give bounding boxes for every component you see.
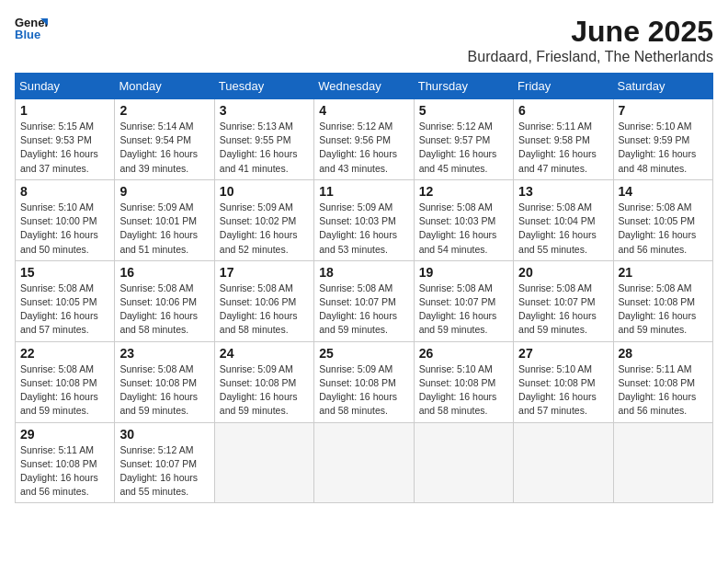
day-info: Sunrise: 5:09 AM Sunset: 10:02 PM Daylig… bbox=[220, 201, 309, 257]
day-number: 20 bbox=[518, 265, 608, 280]
day-info: Sunrise: 5:08 AM Sunset: 10:08 PM Daylig… bbox=[119, 362, 209, 419]
calendar-cell: 10Sunrise: 5:09 AM Sunset: 10:02 PM Dayl… bbox=[214, 179, 313, 260]
day-number: 6 bbox=[518, 103, 608, 118]
calendar-cell: 4Sunrise: 5:12 AM Sunset: 9:56 PM Daylig… bbox=[314, 99, 414, 180]
day-info: Sunrise: 5:15 AM Sunset: 9:53 PM Dayligh… bbox=[20, 120, 109, 176]
calendar-cell: 3Sunrise: 5:13 AM Sunset: 9:55 PM Daylig… bbox=[214, 99, 313, 180]
week-row-1: 1Sunrise: 5:15 AM Sunset: 9:53 PM Daylig… bbox=[16, 99, 713, 180]
day-info: Sunrise: 5:10 AM Sunset: 10:00 PM Daylig… bbox=[20, 201, 109, 257]
day-number: 16 bbox=[119, 265, 209, 280]
calendar-cell: 15Sunrise: 5:08 AM Sunset: 10:05 PM Dayl… bbox=[16, 260, 115, 341]
day-number: 4 bbox=[319, 103, 408, 118]
calendar-cell: 18Sunrise: 5:08 AM Sunset: 10:07 PM Dayl… bbox=[314, 260, 414, 341]
day-number: 27 bbox=[518, 346, 608, 361]
day-info: Sunrise: 5:09 AM Sunset: 10:03 PM Daylig… bbox=[319, 201, 408, 257]
day-number: 15 bbox=[20, 265, 109, 280]
title-area: June 2025 Burdaard, Friesland, The Nethe… bbox=[468, 15, 713, 65]
day-number: 19 bbox=[419, 265, 508, 280]
weekday-tuesday: Tuesday bbox=[214, 74, 313, 99]
day-number: 28 bbox=[619, 346, 708, 361]
day-info: Sunrise: 5:08 AM Sunset: 10:06 PM Daylig… bbox=[119, 282, 209, 338]
week-row-3: 15Sunrise: 5:08 AM Sunset: 10:05 PM Dayl… bbox=[16, 260, 713, 341]
day-info: Sunrise: 5:08 AM Sunset: 10:07 PM Daylig… bbox=[419, 282, 508, 338]
month-title: June 2025 bbox=[468, 15, 713, 49]
week-row-4: 22Sunrise: 5:08 AM Sunset: 10:08 PM Dayl… bbox=[16, 341, 713, 422]
day-info: Sunrise: 5:09 AM Sunset: 10:01 PM Daylig… bbox=[119, 201, 209, 257]
calendar-cell bbox=[613, 422, 712, 503]
day-info: Sunrise: 5:14 AM Sunset: 9:54 PM Dayligh… bbox=[119, 120, 209, 176]
day-number: 26 bbox=[419, 346, 508, 361]
day-info: Sunrise: 5:12 AM Sunset: 9:57 PM Dayligh… bbox=[419, 120, 508, 176]
day-info: Sunrise: 5:09 AM Sunset: 10:08 PM Daylig… bbox=[319, 362, 408, 419]
day-number: 1 bbox=[20, 103, 109, 118]
calendar-cell: 24Sunrise: 5:09 AM Sunset: 10:08 PM Dayl… bbox=[214, 341, 313, 422]
calendar-cell: 11Sunrise: 5:09 AM Sunset: 10:03 PM Dayl… bbox=[314, 179, 414, 260]
calendar-cell: 25Sunrise: 5:09 AM Sunset: 10:08 PM Dayl… bbox=[314, 341, 414, 422]
calendar-cell bbox=[314, 422, 414, 503]
day-info: Sunrise: 5:12 AM Sunset: 10:07 PM Daylig… bbox=[119, 443, 209, 500]
day-number: 8 bbox=[20, 184, 109, 199]
calendar-body: 1Sunrise: 5:15 AM Sunset: 9:53 PM Daylig… bbox=[16, 99, 713, 503]
weekday-header-row: SundayMondayTuesdayWednesdayThursdayFrid… bbox=[16, 74, 713, 99]
calendar-cell: 6Sunrise: 5:11 AM Sunset: 9:58 PM Daylig… bbox=[514, 99, 613, 180]
weekday-friday: Friday bbox=[514, 74, 613, 99]
weekday-wednesday: Wednesday bbox=[314, 74, 414, 99]
day-number: 25 bbox=[319, 346, 408, 361]
day-info: Sunrise: 5:08 AM Sunset: 10:08 PM Daylig… bbox=[20, 362, 109, 419]
calendar-cell: 5Sunrise: 5:12 AM Sunset: 9:57 PM Daylig… bbox=[414, 99, 513, 180]
day-info: Sunrise: 5:08 AM Sunset: 10:07 PM Daylig… bbox=[319, 282, 408, 338]
day-number: 23 bbox=[119, 346, 209, 361]
calendar-cell: 12Sunrise: 5:08 AM Sunset: 10:03 PM Dayl… bbox=[414, 179, 513, 260]
day-number: 24 bbox=[220, 346, 309, 361]
calendar-cell: 2Sunrise: 5:14 AM Sunset: 9:54 PM Daylig… bbox=[115, 99, 214, 180]
weekday-sunday: Sunday bbox=[16, 74, 115, 99]
calendar-cell bbox=[514, 422, 613, 503]
day-info: Sunrise: 5:10 AM Sunset: 9:59 PM Dayligh… bbox=[619, 120, 708, 176]
day-number: 14 bbox=[619, 184, 708, 199]
calendar-cell: 28Sunrise: 5:11 AM Sunset: 10:08 PM Dayl… bbox=[613, 341, 712, 422]
calendar-cell: 30Sunrise: 5:12 AM Sunset: 10:07 PM Dayl… bbox=[115, 422, 214, 503]
day-number: 29 bbox=[20, 427, 109, 442]
day-number: 11 bbox=[319, 184, 408, 199]
day-number: 2 bbox=[119, 103, 209, 118]
day-info: Sunrise: 5:12 AM Sunset: 9:56 PM Dayligh… bbox=[319, 120, 408, 176]
calendar-cell: 14Sunrise: 5:08 AM Sunset: 10:05 PM Dayl… bbox=[613, 179, 712, 260]
day-info: Sunrise: 5:08 AM Sunset: 10:04 PM Daylig… bbox=[518, 201, 608, 257]
day-number: 5 bbox=[419, 103, 508, 118]
weekday-thursday: Thursday bbox=[414, 74, 513, 99]
week-row-5: 29Sunrise: 5:11 AM Sunset: 10:08 PM Dayl… bbox=[16, 422, 713, 503]
day-info: Sunrise: 5:11 AM Sunset: 10:08 PM Daylig… bbox=[20, 443, 109, 500]
day-info: Sunrise: 5:08 AM Sunset: 10:03 PM Daylig… bbox=[419, 201, 508, 257]
day-info: Sunrise: 5:08 AM Sunset: 10:05 PM Daylig… bbox=[20, 282, 109, 338]
day-info: Sunrise: 5:13 AM Sunset: 9:55 PM Dayligh… bbox=[220, 120, 309, 176]
day-number: 10 bbox=[220, 184, 309, 199]
day-number: 3 bbox=[220, 103, 309, 118]
calendar-cell: 13Sunrise: 5:08 AM Sunset: 10:04 PM Dayl… bbox=[514, 179, 613, 260]
calendar-cell: 29Sunrise: 5:11 AM Sunset: 10:08 PM Dayl… bbox=[16, 422, 115, 503]
calendar-cell: 19Sunrise: 5:08 AM Sunset: 10:07 PM Dayl… bbox=[414, 260, 513, 341]
calendar-cell: 27Sunrise: 5:10 AM Sunset: 10:08 PM Dayl… bbox=[514, 341, 613, 422]
day-info: Sunrise: 5:11 AM Sunset: 9:58 PM Dayligh… bbox=[518, 120, 608, 176]
logo: General Blue bbox=[15, 15, 48, 40]
weekday-saturday: Saturday bbox=[613, 74, 712, 99]
day-info: Sunrise: 5:08 AM Sunset: 10:06 PM Daylig… bbox=[220, 282, 309, 338]
page-header: General Blue June 2025 Burdaard, Friesla… bbox=[15, 15, 713, 65]
calendar-cell: 26Sunrise: 5:10 AM Sunset: 10:08 PM Dayl… bbox=[414, 341, 513, 422]
day-number: 12 bbox=[419, 184, 508, 199]
calendar-cell: 21Sunrise: 5:08 AM Sunset: 10:08 PM Dayl… bbox=[613, 260, 712, 341]
calendar-cell: 7Sunrise: 5:10 AM Sunset: 9:59 PM Daylig… bbox=[613, 99, 712, 180]
calendar-cell bbox=[414, 422, 513, 503]
day-number: 22 bbox=[20, 346, 109, 361]
calendar-cell: 17Sunrise: 5:08 AM Sunset: 10:06 PM Dayl… bbox=[214, 260, 313, 341]
week-row-2: 8Sunrise: 5:10 AM Sunset: 10:00 PM Dayli… bbox=[16, 179, 713, 260]
day-number: 13 bbox=[518, 184, 608, 199]
day-number: 21 bbox=[619, 265, 708, 280]
day-info: Sunrise: 5:08 AM Sunset: 10:05 PM Daylig… bbox=[619, 201, 708, 257]
calendar-cell: 9Sunrise: 5:09 AM Sunset: 10:01 PM Dayli… bbox=[115, 179, 214, 260]
day-info: Sunrise: 5:08 AM Sunset: 10:08 PM Daylig… bbox=[619, 282, 708, 338]
day-number: 18 bbox=[319, 265, 408, 280]
day-number: 7 bbox=[619, 103, 708, 118]
day-info: Sunrise: 5:09 AM Sunset: 10:08 PM Daylig… bbox=[220, 362, 309, 419]
day-number: 9 bbox=[119, 184, 209, 199]
day-number: 30 bbox=[119, 427, 209, 442]
